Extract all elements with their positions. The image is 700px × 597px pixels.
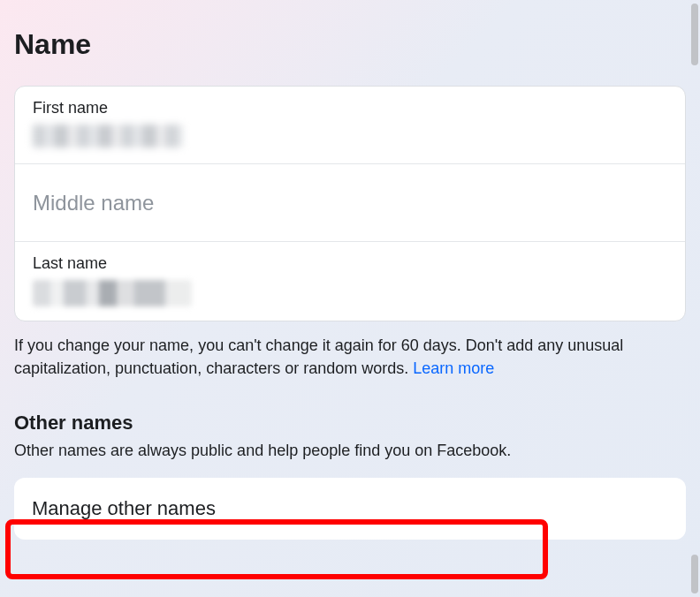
last-name-field[interactable]: Last name — [15, 242, 685, 321]
other-names-title: Other names — [14, 412, 686, 435]
scrollbar-track[interactable] — [691, 4, 698, 593]
middle-name-field[interactable]: Middle name — [15, 164, 685, 242]
scrollbar-thumb-bottom[interactable] — [691, 555, 698, 593]
scrollbar-thumb[interactable] — [691, 4, 698, 65]
last-name-label: Last name — [33, 254, 667, 273]
first-name-label: First name — [33, 99, 667, 117]
name-form-card: First name Middle name Last name — [14, 86, 686, 321]
name-change-notice: If you change your name, you can't chang… — [14, 334, 686, 380]
learn-more-link[interactable]: Learn more — [413, 359, 494, 377]
first-name-value-redacted — [33, 125, 183, 147]
notice-text: If you change your name, you can't chang… — [14, 336, 623, 377]
last-name-value-redacted — [33, 280, 192, 306]
manage-other-names-button[interactable]: Manage other names — [14, 478, 686, 540]
other-names-subtitle: Other names are always public and help p… — [14, 442, 686, 460]
page-title: Name — [14, 28, 686, 61]
manage-other-names-label: Manage other names — [32, 497, 216, 519]
first-name-field[interactable]: First name — [15, 87, 685, 164]
middle-name-placeholder: Middle name — [33, 191, 154, 215]
